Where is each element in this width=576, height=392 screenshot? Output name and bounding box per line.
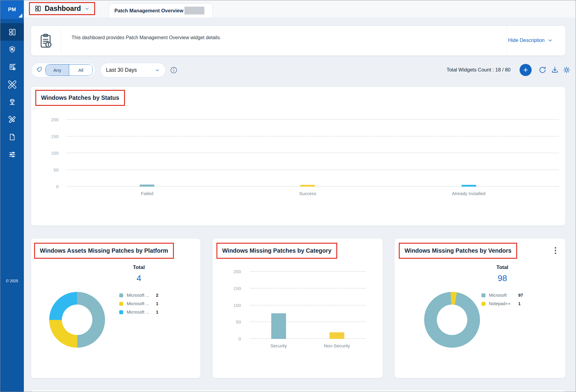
- gridline: [250, 288, 366, 289]
- widget-windows-missing-patches-by-category: Windows Missing Patches by Category 0501…: [213, 239, 383, 378]
- clipboard-info-icon: [39, 33, 53, 50]
- legend-label: Microsoft: [489, 293, 515, 298]
- legend-swatch: [119, 310, 123, 314]
- totals-column: Total 4 Microsoft ...2Microsoft ...1Micr…: [110, 264, 168, 315]
- tag-filter-group: Any All: [31, 63, 95, 77]
- gridline: [66, 136, 559, 137]
- match-any-button[interactable]: Any: [46, 65, 69, 76]
- dashboard-grid-icon: [34, 5, 41, 12]
- y-tick-label: 150: [51, 134, 59, 139]
- refresh-button[interactable]: [538, 66, 547, 75]
- hide-description-link[interactable]: Hide Description: [508, 37, 553, 43]
- widget-menu-button[interactable]: [553, 246, 558, 256]
- chart-legend: Microsoft97Notepad++1: [482, 293, 523, 306]
- total-value: 98: [498, 273, 507, 283]
- copyright: © 2025: [0, 279, 24, 283]
- legend-item[interactable]: Microsoft ...1: [119, 301, 158, 306]
- legend-item[interactable]: Microsoft ...2: [119, 293, 158, 298]
- vendors-donut-chart[interactable]: [424, 292, 480, 348]
- match-all-button[interactable]: All: [69, 65, 92, 76]
- x-tick-label: Non-Security: [324, 343, 350, 348]
- legend-value: 1: [156, 310, 158, 315]
- hide-description-label: Hide Description: [508, 37, 545, 43]
- gridline: [66, 169, 559, 170]
- sidebar-item-deployment[interactable]: [0, 93, 24, 111]
- x-tick-label: Already Installed: [452, 191, 485, 196]
- bar-success[interactable]: [300, 185, 315, 187]
- legend-swatch: [119, 302, 123, 306]
- download-button[interactable]: [551, 66, 559, 75]
- chart-legend: Microsoft ...2Microsoft ...1Microsoft ..…: [119, 293, 158, 315]
- sidebar-item-patches[interactable]: [0, 76, 24, 93]
- total-label: Total: [496, 264, 508, 270]
- sidebar-nav: [0, 23, 24, 163]
- y-tick-label: 100: [233, 303, 241, 308]
- sidebar-item-documents[interactable]: [0, 128, 24, 146]
- widget-windows-patches-by-status: Windows Patches by Status 050100150200 F…: [31, 87, 565, 226]
- bar-non-security[interactable]: [330, 332, 344, 339]
- bar-failed[interactable]: [140, 185, 155, 187]
- legend-swatch: [119, 293, 123, 297]
- sidebar-item-security-scan[interactable]: [0, 41, 24, 58]
- platform-donut-chart[interactable]: [49, 292, 105, 348]
- patches-icon: [8, 81, 16, 89]
- tab-patch-management-overview[interactable]: Patch Management Overview: [109, 4, 212, 17]
- widget-title: Windows Missing Patches by Vendors: [399, 243, 517, 259]
- dashboard-selector[interactable]: Dashboard: [29, 2, 95, 15]
- y-tick-label: 100: [51, 150, 59, 156]
- bar-security[interactable]: [271, 313, 286, 339]
- widget-title: Windows Missing Patches by Category: [216, 243, 337, 259]
- x-tick-label: Failed: [141, 191, 153, 196]
- match-toggle: Any All: [45, 64, 93, 76]
- totals-column: Total 98 Microsoft97Notepad++1: [474, 264, 531, 306]
- tab-label: Patch Management Overview: [114, 8, 183, 14]
- pm-logo-text: PM: [8, 7, 16, 13]
- info-icon[interactable]: [170, 66, 178, 75]
- documents-icon: [8, 133, 16, 141]
- pm-logo: PM: [0, 0, 24, 19]
- patch-management-dashboard: PM: [0, 0, 576, 392]
- security-scan-icon: [8, 46, 16, 54]
- legend-value: 1: [156, 301, 158, 306]
- download-icon: [551, 66, 559, 74]
- legend-value: 2: [156, 293, 158, 298]
- deployment-icon: [8, 98, 16, 106]
- widgets-count: Total Widgets Count : 18 / 80: [446, 67, 510, 73]
- main-content: This dashboard provides Patch Management…: [24, 17, 576, 392]
- bar-already-installed[interactable]: [461, 185, 476, 187]
- chart-plot-area: [66, 120, 559, 187]
- logo-fold-triangle: [18, 14, 22, 17]
- date-range-value: Last 30 Days: [106, 67, 137, 73]
- y-tick-label: 0: [56, 184, 59, 189]
- legend-label: Microsoft ...: [126, 293, 152, 298]
- sidebar: PM: [0, 0, 24, 392]
- y-tick-label: 200: [51, 117, 59, 122]
- sidebar-item-reports[interactable]: [0, 58, 24, 76]
- y-tick-label: 50: [53, 167, 59, 172]
- settings-button[interactable]: [562, 66, 571, 75]
- kebab-menu-icon: [555, 247, 556, 254]
- legend-label: Notepad++: [489, 301, 515, 306]
- sidebar-item-configurations[interactable]: [0, 146, 24, 163]
- gridline: [66, 119, 559, 120]
- sidebar-item-dashboard[interactable]: [0, 23, 24, 41]
- add-widget-button[interactable]: [520, 64, 532, 76]
- x-tick-label: Security: [270, 343, 287, 348]
- sidebar-item-tools[interactable]: [0, 111, 24, 128]
- legend-item[interactable]: Microsoft ...1: [119, 310, 158, 315]
- divider: [507, 26, 507, 55]
- redacted-text-block: [184, 7, 204, 14]
- chevron-down-icon: [548, 38, 553, 43]
- chevron-down-icon: [155, 68, 160, 73]
- y-axis: 050100150200: [31, 120, 62, 187]
- gridline: [250, 305, 366, 305]
- date-range-dropdown[interactable]: Last 30 Days: [100, 63, 166, 77]
- widget-windows-missing-patches-by-vendors: Windows Missing Patches by Vendors Total…: [395, 239, 565, 378]
- legend-item[interactable]: Notepad++1: [482, 301, 523, 306]
- legend-item[interactable]: Microsoft97: [482, 293, 523, 298]
- y-tick-label: 0: [238, 336, 241, 341]
- gridline: [250, 271, 366, 272]
- topbar: Dashboard Patch Management Overview: [24, 0, 576, 17]
- dashboard-selector-label: Dashboard: [45, 5, 81, 13]
- widget-title: Windows Assets Missing Patches by Platfo…: [34, 243, 174, 259]
